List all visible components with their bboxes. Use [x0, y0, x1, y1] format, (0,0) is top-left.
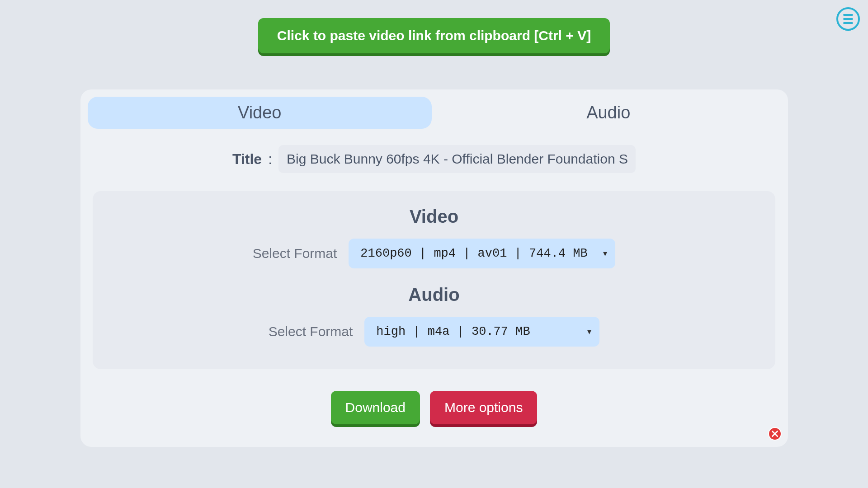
video-select-format-label: Select Format	[253, 246, 337, 261]
title-input[interactable]	[278, 145, 636, 173]
formats-panel: Video Select Format 2160p60 | mp4 | av01…	[93, 191, 775, 369]
video-format-row: Select Format 2160p60 | mp4 | av01 | 744…	[111, 239, 757, 268]
hamburger-menu-icon[interactable]	[836, 7, 860, 31]
download-card: Video Audio Title : Video Select Format …	[80, 89, 788, 447]
audio-section-heading: Audio	[111, 285, 757, 305]
tab-video[interactable]: Video	[88, 97, 432, 129]
more-options-button[interactable]: More options	[430, 391, 537, 424]
title-row: Title :	[88, 145, 781, 173]
tab-audio[interactable]: Audio	[436, 97, 781, 129]
video-section-heading: Video	[111, 206, 757, 227]
download-button[interactable]: Download	[331, 391, 420, 424]
audio-select-format-label: Select Format	[269, 324, 353, 339]
audio-format-select[interactable]: high | m4a | 30.77 MB	[364, 317, 599, 347]
close-icon[interactable]	[768, 427, 782, 441]
paste-link-button[interactable]: Click to paste video link from clipboard…	[258, 18, 610, 53]
title-colon: :	[268, 151, 272, 168]
action-row: Download More options	[88, 391, 781, 424]
title-label: Title	[232, 151, 262, 168]
tab-bar: Video Audio	[88, 97, 781, 129]
video-format-select[interactable]: 2160p60 | mp4 | av01 | 744.4 MB	[349, 239, 615, 268]
audio-format-row: Select Format high | m4a | 30.77 MB ▾	[111, 317, 757, 347]
